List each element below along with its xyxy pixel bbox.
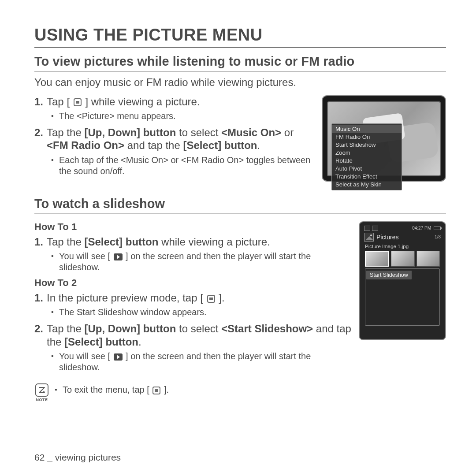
device1-menu-item: FM Radio On bbox=[332, 133, 402, 141]
sec1-step1: Tap [ ] while viewing a picture. The <Pi… bbox=[34, 95, 316, 122]
device1-menu-item: Music On bbox=[332, 125, 402, 133]
device1-menu-overlay: Music On FM Radio On Start Slideshow Zoo… bbox=[331, 123, 402, 190]
section-heading-2: To watch a slideshow bbox=[34, 197, 446, 214]
howto2-step2: Tap the [Up, Down] button to select <Sta… bbox=[34, 322, 353, 373]
device1-menu-item: Transition Effect bbox=[332, 173, 402, 181]
howto2-step1-sub: The Start Slideshow window appears. bbox=[51, 307, 353, 318]
page-footer: 62 _ viewing pictures bbox=[34, 452, 121, 463]
device1-menu-item: Zoom bbox=[332, 149, 402, 157]
note-row: NOTE To exit the menu, tap [ ]. bbox=[34, 383, 446, 402]
device1-menu-item: Auto Pivot bbox=[332, 165, 402, 173]
device-figure-1: Music On FM Radio On Start Slideshow Zoo… bbox=[322, 95, 446, 182]
section-heading-1: To view pictures while listening to musi… bbox=[34, 54, 446, 72]
play-icon bbox=[114, 253, 123, 260]
footer-section: viewing pictures bbox=[55, 452, 121, 462]
device2-header: Pictures 1/8 bbox=[362, 232, 443, 243]
sec1-step2-sub: Each tap of the <Music On> or <FM Radio … bbox=[51, 155, 316, 177]
play-icon bbox=[114, 353, 123, 361]
sec1-step1-sub: The <Picture> menu appears. bbox=[51, 111, 316, 122]
device1-menu-item: Rotate bbox=[332, 157, 402, 165]
device2-count: 1/8 bbox=[435, 234, 441, 239]
howto1-step1: Tap the [Select] button while viewing a … bbox=[34, 235, 353, 273]
device-figure-2: 04:27 PM Pictures 1/8 Picture Image 1.jp… bbox=[359, 221, 446, 340]
thumbnail bbox=[416, 251, 440, 267]
menu-icon bbox=[152, 387, 160, 394]
device1-menu-item: Select as My Skin bbox=[332, 181, 402, 189]
device2-filename: Picture Image 1.jpg bbox=[362, 243, 443, 251]
status-icon bbox=[372, 226, 378, 231]
howto-1-label: How To 1 bbox=[34, 221, 353, 233]
menu-icon bbox=[207, 295, 215, 303]
note-label: NOTE bbox=[34, 398, 49, 402]
pictures-icon bbox=[364, 233, 374, 242]
svg-point-0 bbox=[43, 391, 45, 392]
device2-thumbs bbox=[362, 251, 443, 267]
thumbnail bbox=[365, 251, 389, 267]
howto-2-label: How To 2 bbox=[34, 277, 353, 289]
device2-title: Pictures bbox=[376, 234, 432, 241]
menu-icon bbox=[74, 98, 82, 106]
howto2-step1: In the picture preview mode, tap [ ]. Th… bbox=[34, 291, 353, 318]
thumbnail bbox=[391, 251, 414, 267]
device2-statusbar: 04:27 PM bbox=[362, 225, 443, 232]
note-text: To exit the menu, tap [ ]. bbox=[55, 384, 446, 395]
device2-time: 04:27 PM bbox=[412, 226, 431, 231]
device1-menu-item: Start Slideshow bbox=[332, 141, 402, 149]
howto1-step1-sub: You will see [ ] on the screen and then … bbox=[51, 251, 353, 273]
device2-menu-item: Start Slideshow bbox=[366, 271, 412, 279]
howto2-step2-sub: You will see [ ] on the screen and then … bbox=[51, 351, 353, 373]
page-title: USING THE PICTURE MENU bbox=[34, 26, 446, 48]
battery-icon bbox=[434, 227, 441, 230]
page-number: 62 bbox=[34, 452, 45, 462]
note-icon bbox=[35, 383, 48, 397]
section1-intro: You can enjoy music or FM radio while vi… bbox=[34, 76, 446, 89]
status-icon bbox=[364, 226, 370, 231]
device2-menu: Start Slideshow bbox=[365, 268, 440, 326]
sec1-step2: Tap the [Up, Down] button to select <Mus… bbox=[34, 126, 316, 177]
